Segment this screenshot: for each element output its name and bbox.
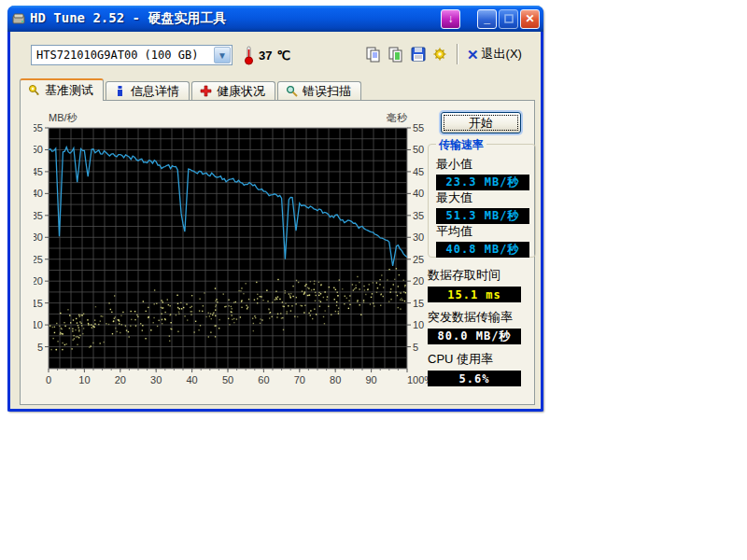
max-stat: 最大值 51.3 MB/秒: [436, 189, 529, 224]
tab-info[interactable]: 信息详情: [106, 81, 190, 101]
svg-text:40: 40: [186, 374, 197, 385]
burst-rate-stat: 突发数据传输率 80.0 MB/秒: [428, 309, 521, 344]
benchmark-icon: [28, 84, 40, 96]
tab-error-scan[interactable]: 错误扫描: [277, 81, 361, 101]
access-time-lcd: 15.1 ms: [428, 287, 521, 302]
benchmark-chart-svg: MB/秒毫秒5510101515202025253030353540404545…: [34, 108, 435, 388]
svg-text:10: 10: [78, 374, 90, 385]
close-button[interactable]: ✕: [520, 9, 540, 29]
burst-rate-lcd: 80.0 MB/秒: [428, 329, 521, 344]
tab-health[interactable]: 健康状况: [191, 81, 275, 101]
hdtune-window: HD Tune 2.52 - 硬盘实用工具 ↓ _ ✕ HTS721010G9A…: [7, 6, 543, 412]
svg-text:30: 30: [34, 231, 43, 243]
svg-text:5: 5: [413, 342, 418, 353]
app-icon: [11, 11, 26, 26]
svg-text:90: 90: [365, 374, 376, 385]
svg-text:70: 70: [294, 374, 305, 385]
svg-text:60: 60: [258, 374, 269, 385]
tab-strip: 基准测试 信息详情 健康状况 错误扫描: [20, 79, 363, 101]
svg-text:55: 55: [34, 122, 43, 133]
drive-select[interactable]: HTS721010G9AT00 (100 GB) ▼: [31, 45, 233, 65]
avg-label: 平均值: [436, 223, 529, 240]
start-button-focus-ring: [444, 115, 518, 131]
min-stat: 最小值 23.3 MB/秒: [436, 156, 529, 190]
min-value-lcd: 23.3 MB/秒: [436, 175, 529, 190]
svg-text:20: 20: [34, 275, 43, 287]
temperature-indicator: 37 ℃: [244, 45, 290, 65]
cpu-usage-stat: CPU 使用率 5.6%: [428, 351, 521, 386]
exit-label: 退出(X): [482, 46, 522, 63]
svg-text:20: 20: [413, 275, 424, 287]
maximize-button[interactable]: [499, 9, 518, 29]
toolbar-separator: [457, 44, 458, 64]
svg-text:15: 15: [413, 298, 424, 309]
svg-text:10: 10: [34, 319, 43, 330]
max-value-lcd: 51.3 MB/秒: [436, 208, 529, 224]
svg-text:MB/秒: MB/秒: [49, 112, 78, 123]
temperature-value: 37: [259, 49, 272, 63]
toolbar: HTS721010G9AT00 (100 GB) ▼ 37 ℃: [10, 32, 541, 80]
copy-icon[interactable]: [362, 43, 385, 65]
svg-text:20: 20: [115, 374, 126, 385]
magnifier-icon: [286, 85, 298, 97]
svg-text:50: 50: [34, 144, 43, 155]
avg-stat: 平均值 40.8 MB/秒: [436, 223, 529, 258]
svg-text:30: 30: [413, 231, 424, 243]
exit-x-icon: ✕: [467, 49, 479, 61]
transfer-rate-group-title: 传输速率: [436, 137, 486, 153]
tab-benchmark-label: 基准测试: [45, 82, 93, 99]
access-time-label: 数据存取时间: [428, 267, 521, 284]
save-icon[interactable]: [407, 43, 430, 65]
temperature-unit: ℃: [276, 49, 290, 63]
tab-info-label: 信息详情: [131, 83, 179, 100]
svg-text:5: 5: [37, 342, 43, 353]
svg-text:40: 40: [413, 188, 424, 199]
tab-health-label: 健康状况: [217, 83, 265, 100]
thermometer-icon: [244, 45, 254, 65]
svg-text:15: 15: [34, 298, 43, 309]
info-icon: [114, 85, 126, 97]
benchmark-chart: MB/秒毫秒5510101515202025253030353540404545…: [34, 108, 435, 392]
burst-rate-label: 突发数据传输率: [428, 309, 521, 326]
svg-text:0: 0: [46, 374, 51, 385]
exit-button[interactable]: ✕ 退出(X): [463, 44, 526, 64]
svg-text:35: 35: [413, 210, 424, 221]
avg-value-lcd: 40.8 MB/秒: [436, 242, 529, 258]
svg-text:35: 35: [34, 210, 43, 221]
health-cross-icon: [200, 85, 212, 97]
svg-text:40: 40: [34, 188, 43, 199]
tab-error-scan-label: 错误扫描: [303, 83, 351, 100]
svg-text:25: 25: [34, 254, 43, 265]
toolbar-icons: ✕ 退出(X): [362, 43, 526, 65]
cpu-usage-label: CPU 使用率: [428, 351, 521, 368]
svg-text:25: 25: [413, 254, 424, 265]
svg-text:10: 10: [413, 319, 424, 330]
drive-select-value: HTS721010G9AT00 (100 GB): [32, 49, 213, 62]
svg-text:45: 45: [34, 166, 43, 177]
chevron-down-icon[interactable]: ▼: [214, 47, 231, 63]
title-bar[interactable]: HD Tune 2.52 - 硬盘实用工具 ↓ _ ✕: [7, 6, 543, 32]
transfer-rate-group: 传输速率 最小值 23.3 MB/秒 最大值 51.3 MB/秒 平均值 40.…: [428, 144, 536, 258]
desktop: HD Tune 2.52 - 硬盘实用工具 ↓ _ ✕ HTS721010G9A…: [0, 0, 747, 560]
settings-gear-icon[interactable]: [430, 43, 452, 65]
svg-text:55: 55: [413, 122, 424, 133]
benchmark-tab-panel: MB/秒毫秒5510101515202025253030353540404545…: [20, 100, 535, 405]
access-time-stat: 数据存取时间 15.1 ms: [428, 267, 521, 302]
language-bar-button[interactable]: ↓: [441, 9, 460, 29]
cpu-usage-lcd: 5.6%: [428, 371, 521, 386]
svg-text:30: 30: [150, 374, 162, 385]
min-label: 最小值: [436, 156, 529, 173]
svg-text:50: 50: [222, 374, 233, 385]
tab-benchmark[interactable]: 基准测试: [20, 78, 104, 101]
svg-text:80: 80: [330, 374, 341, 385]
maximize-icon: [504, 14, 514, 23]
svg-text:50: 50: [413, 144, 424, 155]
window-title: HD Tune 2.52 - 硬盘实用工具: [30, 10, 439, 27]
max-label: 最大值: [436, 189, 529, 206]
minimize-button[interactable]: _: [477, 9, 497, 29]
svg-text:毫秒: 毫秒: [387, 112, 408, 123]
svg-text:45: 45: [413, 166, 424, 177]
copy-screenshot-icon[interactable]: [385, 43, 407, 65]
start-button[interactable]: 开始: [441, 112, 521, 133]
